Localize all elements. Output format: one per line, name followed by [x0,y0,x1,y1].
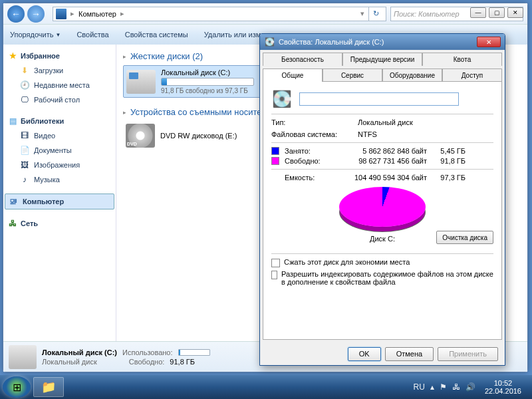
desktop-icon: 🖵 [19,94,30,105]
nav-bar: ← → ▸ Компьютер ▸ ▾ ↻ Поиск: Компьютер [3,3,527,25]
dialog-close-button[interactable]: ✕ [477,37,501,47]
tab-general[interactable]: Общие [263,68,323,82]
flag-icon[interactable]: ⚑ [440,382,447,392]
video-icon: 🎞 [19,130,30,141]
sidebar-favorites-head[interactable]: ★Избранное [5,49,114,63]
back-button[interactable]: ← [7,5,25,23]
cleanup-button[interactable]: Очистка диска [436,231,493,244]
drive-name: Локальный диск (C:) [161,68,254,76]
computer-icon: 🖳 [8,196,19,207]
image-icon: 🖼 [19,160,30,170]
clock-date: 22.04.2016 [485,387,521,395]
type-label: Тип: [271,118,351,126]
tab-quota[interactable]: Квота [422,53,502,66]
dialog-title: Свойства: Локальный диск (C:) [279,38,384,46]
properties-button[interactable]: Свойства [76,31,108,39]
tab-security[interactable]: Безопасность [263,53,342,66]
compress-checkbox[interactable] [271,259,280,267]
used-swatch [271,147,279,155]
cancel-button[interactable]: Отмена [385,347,434,361]
show-hidden-icon[interactable]: ▴ [430,382,434,392]
refresh-icon[interactable]: ↻ [368,7,383,21]
index-checkbox[interactable] [271,271,277,279]
sidebar-item-computer[interactable]: 🖳Компьютер [5,194,114,209]
free-swatch [271,157,279,165]
sidebar-item-images[interactable]: 🖼Изображения [5,158,114,172]
sidebar-item-network[interactable]: 🖧Сеть [5,216,114,231]
start-button[interactable]: ⊞ [3,376,31,398]
status-usage-bar [178,349,210,356]
taskbar-explorer[interactable]: 📁 [33,377,64,397]
network-icon[interactable]: 🖧 [452,382,460,392]
capacity-label: Емкость: [285,174,335,182]
minimize-button[interactable]: — [470,7,486,18]
sidebar-item-video[interactable]: 🎞Видео [5,128,114,143]
free-gb: 91,8 ГБ [432,157,466,165]
status-type: Локальный диск [42,358,97,366]
sidebar-item-downloads[interactable]: ⬇Загрузки [5,63,114,78]
sidebar-item-music[interactable]: ♪Музыка [5,172,114,187]
status-free-label: Свободно: [129,358,165,366]
compress-label: Сжать этот диск для экономии места [284,258,410,266]
organize-menu[interactable]: Упорядочить▼ [10,31,61,39]
tab-content: 💽 Тип:Локальный диск Файловая система:NT… [263,81,502,340]
hdd-icon [9,345,37,369]
fs-label: Файловая система: [271,130,351,138]
breadcrumb-item[interactable]: Компьютер [78,10,116,18]
dropdown-icon[interactable]: ▾ [360,9,364,18]
system-tray: RU ▴ ⚑ 🖧 🔊 10:52 22.04.2016 [410,379,529,395]
star-icon: ★ [7,51,18,61]
recent-icon: 🕘 [19,80,30,90]
music-icon: ♪ [19,174,30,185]
drive-name: DVD RW дисковод (E:) [160,132,237,140]
dvd-icon: DVD [126,124,155,148]
dialog-titlebar[interactable]: 💽 Свойства: Локальный диск (C:) ✕ [260,34,505,50]
status-drive-name: Локальный диск (C:) [42,348,117,356]
close-button[interactable]: ✕ [507,7,523,18]
computer-icon [56,9,66,19]
free-label: Свободно: [285,157,335,165]
separator-icon: ▸ [120,9,124,18]
used-gb: 5,45 ГБ [432,147,466,155]
capacity-bytes: 104 490 594 304 байт [340,174,427,182]
drive-free-text: 91,8 ГБ свободно из 97,3 ГБ [161,87,254,94]
separator-icon: ▸ [70,9,74,18]
clock[interactable]: 10:52 22.04.2016 [481,379,525,395]
forward-button[interactable]: → [27,5,45,23]
dialog-buttons: OK Отмена Применить [260,342,505,365]
used-bytes: 5 862 862 848 байт [340,147,427,155]
library-icon: ▤ [7,116,18,126]
tab-sharing[interactable]: Доступ [442,68,502,82]
download-icon: ⬇ [19,65,30,76]
index-label: Разрешить индексировать содержимое файло… [281,270,493,286]
hdd-icon: 💽 [271,88,293,110]
language-indicator[interactable]: RU [414,382,425,392]
maximize-button[interactable]: ▢ [489,7,505,18]
sidebar-item-documents[interactable]: 📄Документы [5,143,114,158]
fs-value: NTFS [358,130,377,138]
ok-button[interactable]: OK [348,347,381,361]
network-icon: 🖧 [7,218,18,229]
chevron-down-icon: ▼ [55,32,61,38]
clock-time: 10:52 [494,379,513,387]
sidebar-item-recent[interactable]: 🕘Недавние места [5,78,114,92]
hdd-icon: 💽 [264,37,275,47]
document-icon: 📄 [19,145,30,156]
breadcrumb[interactable]: ▸ Компьютер ▸ ▾ ↻ [53,7,386,21]
tab-hardware[interactable]: Оборудование [382,68,442,82]
volume-icon[interactable]: 🔊 [466,382,475,392]
free-bytes: 98 627 731 456 байт [340,157,427,165]
disk-usage-pie [271,187,493,227]
tabs-row-1: Безопасность Предыдущие версии Квота [263,53,502,66]
properties-dialog: 💽 Свойства: Локальный диск (C:) ✕ Безопа… [259,33,505,366]
tab-previous-versions[interactable]: Предыдущие версии [342,53,422,66]
system-properties-button[interactable]: Свойства системы [125,31,188,39]
taskbar: ⊞ 📁 RU ▴ ⚑ 🖧 🔊 10:52 22.04.2016 [0,375,532,399]
tab-tools[interactable]: Сервис [323,68,382,82]
drive-label-input[interactable] [299,92,459,106]
hdd-icon [126,70,156,94]
sidebar-item-desktop[interactable]: 🖵Рабочий стол [5,92,114,107]
apply-button[interactable]: Применить [438,347,498,361]
sidebar-libraries-head[interactable]: ▤Библиотеки [5,114,114,128]
sidebar: ★Избранное ⬇Загрузки 🕘Недавние места 🖵Ра… [3,45,116,341]
